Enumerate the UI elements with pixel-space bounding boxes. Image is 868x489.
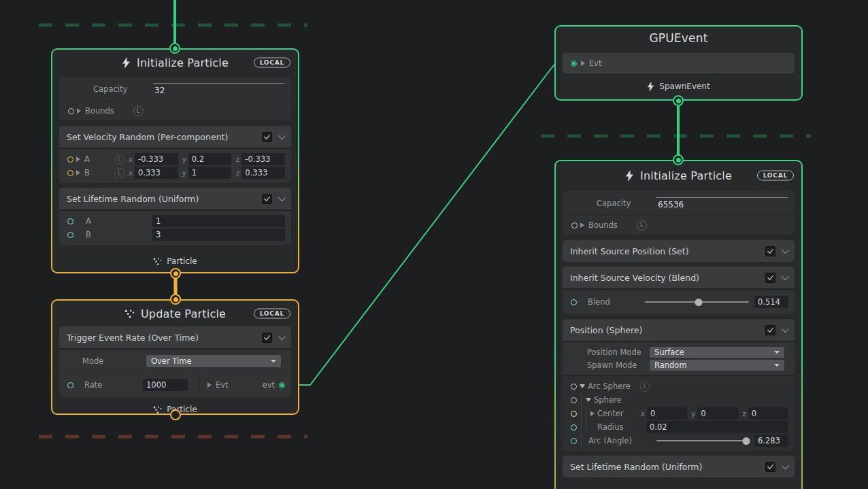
- sphere-label: Sphere: [594, 395, 622, 405]
- axis-x-label: x: [124, 169, 133, 177]
- local-space-badge[interactable]: L: [637, 220, 647, 231]
- block-header[interactable]: Position (Sphere): [563, 319, 795, 341]
- spawn-mode-dropdown[interactable]: Random: [650, 360, 784, 371]
- spawn-input-port-init-left[interactable]: [169, 43, 180, 54]
- chevron-down-icon[interactable]: [782, 325, 789, 333]
- float-port[interactable]: [571, 299, 577, 305]
- value-field[interactable]: 1: [152, 215, 285, 227]
- particle-input-port-update[interactable]: [170, 294, 181, 305]
- spawnevent-output-port-gpuevent[interactable]: [673, 95, 684, 106]
- node-gpuevent[interactable]: GPUEvent Evt SpawnEvent: [554, 25, 803, 101]
- block-header[interactable]: Inherit Source Position (Set): [563, 240, 795, 262]
- lightning-icon: [625, 170, 634, 182]
- bounds-port[interactable]: [571, 222, 578, 229]
- block-enabled-checkbox[interactable]: [765, 246, 775, 256]
- position-mode-dropdown[interactable]: Surface: [650, 347, 784, 358]
- chevron-down-icon[interactable]: [782, 462, 789, 469]
- velocity-row-a: A L x -0.333 y 0.2 z -0.333: [59, 152, 291, 166]
- block-header[interactable]: Trigger Event Rate (Over Time): [59, 326, 291, 348]
- local-space-badge[interactable]: L: [640, 382, 650, 392]
- position-mode-value: Surface: [654, 348, 684, 357]
- expander-icon[interactable]: [581, 61, 585, 66]
- spawn-input-port-init-right[interactable]: [673, 154, 684, 165]
- vector-port[interactable]: [67, 156, 73, 163]
- chevron-down-icon[interactable]: [278, 333, 286, 340]
- blend-slider[interactable]: [645, 297, 749, 307]
- chevron-down-icon[interactable]: [782, 273, 789, 280]
- node-initialize-particle-left[interactable]: Initialize Particle LOCAL Capacity 32 Bo…: [51, 48, 299, 273]
- axis-y-label: y: [178, 155, 186, 163]
- x-field[interactable]: 0.333: [135, 167, 178, 179]
- local-space-badge[interactable]: L: [114, 154, 124, 165]
- block-enabled-checkbox[interactable]: [765, 325, 775, 335]
- bounds-port[interactable]: [68, 108, 74, 114]
- block-set-lifetime-random: Set Lifetime Random (Uniform): [563, 456, 795, 477]
- node-initialize-particle-right[interactable]: Initialize Particle LOCAL Capacity 65536…: [554, 160, 803, 489]
- chevron-down-icon[interactable]: [278, 194, 286, 201]
- block-enabled-checkbox[interactable]: [262, 132, 272, 142]
- expander-icon[interactable]: [76, 170, 80, 175]
- local-space-badge[interactable]: L: [133, 106, 144, 116]
- z-field[interactable]: 0: [748, 407, 788, 420]
- block-header[interactable]: Set Lifetime Random (Uniform): [563, 456, 795, 477]
- float-port[interactable]: [67, 232, 73, 238]
- block-header[interactable]: Inherit Source Velocity (Blend): [563, 267, 795, 288]
- axis-x-label: x: [124, 155, 133, 163]
- arc-sphere-port[interactable]: [571, 384, 577, 390]
- z-field[interactable]: 0.333: [241, 167, 285, 179]
- block-header[interactable]: Set Velocity Random (Per-component): [59, 126, 291, 148]
- expander-icon[interactable]: [77, 108, 81, 114]
- slider-handle[interactable]: [695, 299, 702, 306]
- capacity-field[interactable]: 65536: [656, 197, 788, 209]
- axis-y-label: y: [178, 169, 186, 177]
- expander-icon[interactable]: [76, 156, 80, 162]
- footer-label: Particle: [167, 256, 197, 266]
- particle-output-port-update[interactable]: [170, 409, 181, 420]
- value-field[interactable]: 3: [152, 229, 285, 241]
- node-update-particle[interactable]: Update Particle LOCAL Trigger Event Rate…: [51, 299, 299, 415]
- sphere-port[interactable]: [571, 397, 577, 403]
- capacity-row: Capacity 65536: [563, 191, 795, 215]
- mode-dropdown[interactable]: Over Time: [146, 355, 281, 367]
- rate-field[interactable]: 1000: [143, 379, 188, 391]
- collapse-icon[interactable]: [586, 398, 591, 402]
- radius-field[interactable]: 0.02: [646, 421, 788, 433]
- z-field[interactable]: -0.333: [241, 153, 285, 165]
- x-field[interactable]: -0.333: [135, 153, 178, 165]
- expander-icon[interactable]: [580, 222, 584, 228]
- x-field[interactable]: 0: [647, 407, 687, 420]
- expander-icon[interactable]: [590, 411, 595, 416]
- vector-port[interactable]: [67, 170, 73, 176]
- center-port[interactable]: [571, 411, 577, 417]
- block-enabled-checkbox[interactable]: [765, 273, 775, 283]
- float-port[interactable]: [67, 382, 73, 388]
- block-title: Inherit Source Velocity (Blend): [570, 273, 765, 283]
- y-field[interactable]: 0.2: [188, 153, 232, 165]
- block-enabled-checkbox[interactable]: [262, 194, 272, 204]
- arc-angle-port[interactable]: [571, 438, 577, 444]
- blend-label: Blend: [577, 297, 642, 307]
- float-port[interactable]: [67, 218, 73, 224]
- slider-handle[interactable]: [742, 437, 750, 445]
- radius-port[interactable]: [571, 424, 577, 431]
- expander-icon[interactable]: [207, 382, 212, 388]
- collapse-icon[interactable]: [580, 384, 585, 388]
- particle-output-port-init-left[interactable]: [170, 268, 181, 279]
- evt-output-port[interactable]: [279, 382, 285, 388]
- block-header[interactable]: Set Lifetime Random (Uniform): [59, 188, 291, 209]
- block-enabled-checkbox[interactable]: [765, 462, 775, 472]
- y-field[interactable]: 0: [697, 407, 737, 420]
- vfx-graph-canvas[interactable]: Initialize Particle LOCAL Capacity 32 Bo…: [0, 0, 868, 489]
- chevron-down-icon[interactable]: [278, 132, 286, 139]
- evt-input-port[interactable]: [571, 61, 577, 67]
- local-space-badge[interactable]: L: [114, 168, 124, 178]
- arc-angle-slider[interactable]: [656, 436, 749, 445]
- arc-angle-field[interactable]: 6.283: [754, 435, 788, 447]
- y-field[interactable]: 1: [188, 167, 232, 179]
- capacity-field[interactable]: 32: [153, 83, 284, 95]
- chevron-down-icon[interactable]: [782, 246, 789, 254]
- indent-guide: [581, 407, 582, 420]
- block-enabled-checkbox[interactable]: [262, 333, 272, 343]
- indent-guide: [586, 407, 586, 420]
- blend-field[interactable]: 0.514: [754, 296, 788, 308]
